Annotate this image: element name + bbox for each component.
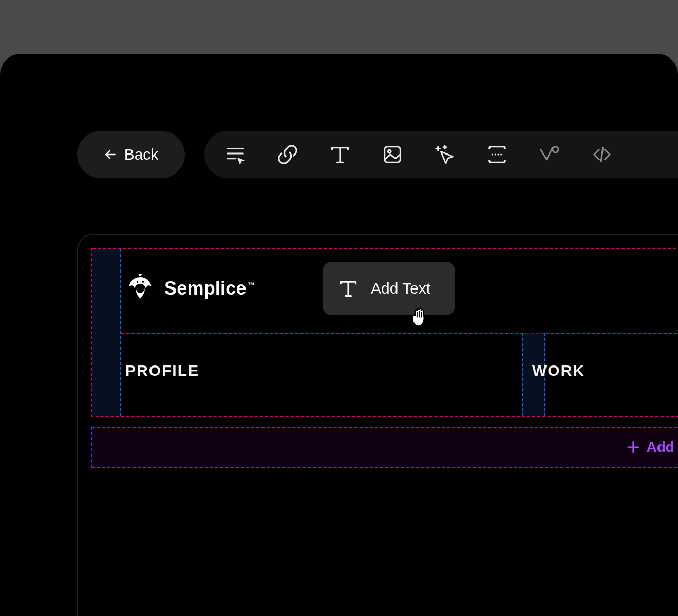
column-gutter-left[interactable] bbox=[92, 249, 121, 416]
list-cursor-tool[interactable] bbox=[221, 140, 250, 169]
spacer-icon bbox=[485, 143, 509, 166]
back-button[interactable]: Back bbox=[77, 131, 185, 178]
plus-icon bbox=[626, 439, 641, 455]
svg-point-12 bbox=[492, 153, 493, 155]
add-text-label: Add Text bbox=[371, 280, 430, 297]
back-label: Back bbox=[124, 146, 159, 163]
row-divider bbox=[121, 333, 678, 334]
branch-tool[interactable] bbox=[535, 140, 564, 169]
text-tool[interactable] bbox=[326, 140, 354, 169]
top-bar: Back bbox=[0, 131, 678, 178]
link-tool[interactable] bbox=[273, 140, 302, 169]
add-text-popup[interactable]: Add Text bbox=[323, 262, 455, 315]
grab-cursor-icon bbox=[406, 303, 432, 330]
svg-rect-6 bbox=[385, 147, 401, 163]
branch-icon bbox=[538, 143, 561, 166]
nav-item-work[interactable]: WORK bbox=[532, 362, 585, 379]
eagle-logo-icon bbox=[125, 273, 155, 304]
toolbar bbox=[204, 131, 678, 178]
logo[interactable]: Semplice™ bbox=[125, 273, 254, 304]
svg-point-7 bbox=[388, 150, 391, 153]
nav-item-profile[interactable]: PROFILE bbox=[125, 362, 199, 379]
svg-line-17 bbox=[601, 148, 603, 162]
svg-point-13 bbox=[495, 153, 496, 155]
link-icon bbox=[276, 143, 299, 166]
spacer-tool[interactable] bbox=[483, 140, 512, 169]
image-tool[interactable] bbox=[378, 140, 407, 169]
nav-row: PROFILE WORK bbox=[125, 362, 678, 379]
text-icon bbox=[328, 143, 352, 166]
svg-point-16 bbox=[553, 147, 559, 153]
arrow-left-icon bbox=[104, 148, 117, 161]
svg-point-18 bbox=[137, 281, 139, 283]
code-tool[interactable] bbox=[588, 140, 616, 169]
image-icon bbox=[381, 143, 404, 166]
svg-point-15 bbox=[500, 153, 502, 155]
add-row-label: Add Ro bbox=[646, 439, 678, 455]
list-cursor-icon bbox=[223, 143, 247, 166]
logo-trademark: ™ bbox=[248, 281, 255, 289]
text-icon bbox=[337, 277, 360, 300]
logo-brand-text: Semplice™ bbox=[164, 278, 254, 299]
svg-point-14 bbox=[497, 153, 499, 155]
code-icon bbox=[590, 143, 614, 166]
add-row-strip[interactable]: Add Ro bbox=[91, 427, 678, 468]
cursor-sparkle-tool[interactable] bbox=[430, 140, 459, 169]
editor-window: Back bbox=[0, 54, 678, 616]
add-row-button[interactable]: Add Ro bbox=[626, 439, 678, 455]
logo-brand-label: Semplice bbox=[164, 278, 247, 299]
cursor-sparkle-icon bbox=[433, 143, 457, 166]
svg-point-19 bbox=[142, 281, 144, 283]
